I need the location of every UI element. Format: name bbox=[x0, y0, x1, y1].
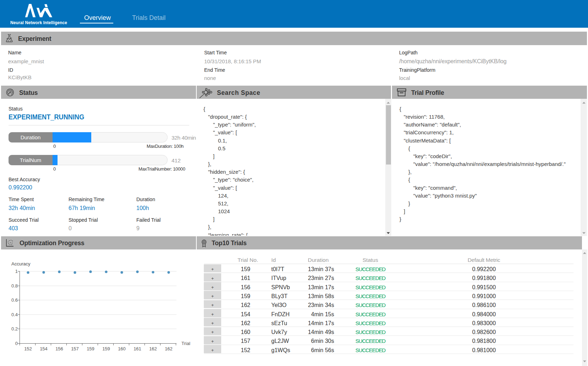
svg-text:159: 159 bbox=[87, 346, 94, 351]
svg-text:162: 162 bbox=[149, 346, 157, 351]
svg-text:157: 157 bbox=[71, 346, 79, 351]
svg-text:152: 152 bbox=[24, 346, 32, 351]
svg-text:162: 162 bbox=[165, 346, 173, 351]
svg-text:0.4: 0.4 bbox=[11, 312, 18, 317]
svg-text:154: 154 bbox=[40, 346, 48, 351]
svg-text:161: 161 bbox=[134, 346, 141, 351]
svg-text:0.2: 0.2 bbox=[11, 326, 18, 332]
svg-text:0.8: 0.8 bbox=[11, 283, 18, 289]
svg-text:159: 159 bbox=[102, 346, 110, 351]
svg-text:1: 1 bbox=[15, 269, 18, 274]
svg-text:0.6: 0.6 bbox=[11, 297, 18, 303]
svg-text:156: 156 bbox=[55, 346, 63, 351]
svg-text:Accuracy: Accuracy bbox=[11, 261, 31, 267]
svg-text:160: 160 bbox=[118, 346, 126, 351]
svg-text:0: 0 bbox=[15, 341, 18, 346]
svg-text:Trial: Trial bbox=[181, 341, 190, 346]
